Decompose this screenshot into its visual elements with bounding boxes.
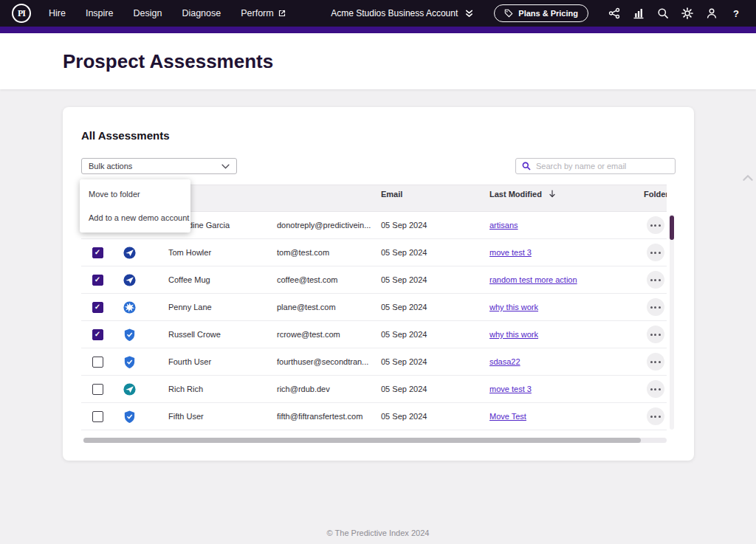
prospect-email: coffee@test.com [277, 275, 381, 284]
prospect-email: fourthuser@secondtran... [277, 357, 381, 366]
assessments-panel: All Assessments Bulk actions [63, 107, 694, 461]
last-modified-date: 05 Sep 2024 [381, 412, 489, 421]
folder-link[interactable]: move test 3 [489, 248, 532, 257]
last-modified-date: 05 Sep 2024 [381, 275, 489, 284]
prospect-email: plane@test.com [277, 303, 381, 311]
search-input[interactable] [536, 162, 669, 171]
brand-accent-bar [0, 27, 756, 33]
last-modified-date: 05 Sep 2024 [381, 248, 489, 257]
plans-pricing-label: Plans & Pricing [518, 9, 578, 18]
prospect-name: Russell Crowe [168, 330, 277, 339]
folder-link[interactable]: why this work [489, 303, 538, 311]
column-header-last-modified: Last Modified [489, 190, 542, 199]
prospect-avatar-badge-icon [123, 273, 137, 287]
horizontal-scrollbar-thumb[interactable] [83, 438, 641, 443]
prospect-email: tom@test.com [277, 248, 381, 257]
bulk-actions-label: Bulk actions [89, 162, 132, 171]
pi-logo[interactable]: PI [12, 4, 31, 23]
bulk-actions-select[interactable]: Bulk actions [81, 158, 237, 174]
search-icon [522, 162, 531, 171]
side-panel-caret-icon[interactable] [742, 171, 754, 185]
vertical-scrollbar [670, 214, 674, 430]
folder-link[interactable]: random test more action [489, 275, 577, 284]
prospect-name: Rich Rich [168, 385, 277, 393]
last-modified-date: 05 Sep 2024 [381, 330, 489, 339]
folder-link[interactable]: why this work [489, 330, 538, 339]
column-header-email: Email [381, 190, 489, 199]
nav-item-inspire[interactable]: Inspire [86, 8, 114, 18]
sort-descending-icon[interactable] [549, 190, 556, 198]
row-checkbox[interactable] [92, 302, 103, 313]
last-modified-date: 05 Sep 2024 [381, 357, 489, 366]
plans-pricing-button[interactable]: Plans & Pricing [494, 4, 588, 22]
prospect-avatar-badge-icon [123, 328, 137, 342]
row-actions-button[interactable] [647, 380, 664, 398]
row-checkbox[interactable] [92, 411, 103, 422]
row-checkbox[interactable] [92, 247, 103, 258]
bulk-actions-menu-item[interactable]: Add to a new demo account [80, 206, 190, 230]
prospect-avatar-badge-icon [123, 382, 137, 396]
analytics-icon[interactable] [632, 7, 645, 20]
row-checkbox[interactable] [92, 384, 103, 395]
prospect-avatar-badge-icon [123, 355, 137, 369]
primary-nav: HireInspireDesignDiagnosePerform [49, 8, 306, 18]
last-modified-date: 05 Sep 2024 [381, 221, 489, 230]
tag-icon [504, 9, 513, 18]
table-row: Russell Crowercrowe@test.com05 Sep 2024w… [81, 321, 667, 348]
nav-item-design[interactable]: Design [133, 8, 162, 18]
external-link-icon [278, 10, 286, 17]
search-box [515, 158, 676, 174]
prospect-avatar-badge-icon [123, 410, 137, 424]
row-checkbox[interactable] [92, 275, 103, 286]
panel-inner: All Assessments Bulk actions [63, 107, 694, 430]
row-actions-button[interactable] [647, 298, 664, 316]
settings-icon[interactable] [681, 7, 694, 20]
nav-item-diagnose[interactable]: Diagnose [182, 8, 221, 18]
row-checkbox[interactable] [92, 357, 103, 368]
account-switcher[interactable]: Acme Studios Business Account [331, 8, 474, 18]
workflow-icon[interactable] [608, 7, 621, 20]
vertical-scrollbar-thumb[interactable] [670, 216, 674, 240]
nav-item-hire[interactable]: Hire [49, 8, 66, 18]
page-header: Prospect Assessments [0, 33, 756, 89]
table-row: Penny Laneplane@test.com05 Sep 2024why t… [81, 294, 667, 321]
bulk-actions-menu-item[interactable]: Move to folder [80, 182, 190, 206]
bulk-actions-menu: Move to folderAdd to a new demo account [80, 179, 190, 233]
prospect-name: Penny Lane [168, 303, 277, 311]
prospect-email: donotreply@predictivein... [277, 221, 381, 230]
row-actions-button[interactable] [647, 353, 664, 371]
folder-link[interactable]: Move Test [489, 412, 526, 421]
prospect-name: Fifth User [168, 412, 277, 421]
folder-link[interactable]: move test 3 [489, 385, 532, 393]
prospect-email: fifth@fiftransfertest.com [277, 412, 381, 421]
prospect-avatar-badge-icon [123, 246, 137, 260]
user-icon[interactable] [705, 7, 718, 20]
top-navbar: PI HireInspireDesignDiagnosePerform Acme… [0, 0, 756, 27]
row-checkbox[interactable] [92, 329, 103, 340]
prospect-email: rich@rdub.dev [277, 385, 381, 393]
account-name: Acme Studios Business Account [331, 8, 458, 18]
row-actions-button[interactable] [647, 271, 664, 289]
folder-link[interactable]: sdasa22 [489, 357, 520, 366]
nav-item-perform[interactable]: Perform [241, 8, 285, 18]
app-root: PI HireInspireDesignDiagnosePerform Acme… [0, 0, 756, 544]
prospect-avatar-badge-icon [123, 300, 137, 314]
table-row: Tom Howlertom@test.com05 Sep 2024move te… [81, 239, 667, 266]
column-header-folder: Folder [644, 190, 667, 199]
help-icon[interactable]: ? [729, 7, 743, 20]
row-actions-button[interactable] [647, 407, 664, 425]
chevron-down-icon [221, 164, 230, 169]
row-actions-button[interactable] [647, 216, 664, 234]
horizontal-scrollbar [83, 438, 667, 443]
table-row: Fourth Userfourthuser@secondtran...05 Se… [81, 348, 667, 376]
search-icon[interactable] [656, 7, 670, 20]
folder-link[interactable]: artisans [489, 221, 518, 230]
last-modified-date: 05 Sep 2024 [381, 303, 489, 311]
row-actions-button[interactable] [647, 326, 664, 343]
row-actions-button[interactable] [647, 244, 664, 261]
table-row: Coffee Mugcoffee@test.com05 Sep 2024rand… [81, 266, 667, 294]
footer: © The Predictive Index 2024 [0, 528, 756, 537]
pi-logo-text: PI [18, 8, 25, 19]
table-row: Fifth Userfifth@fiftransfertest.com05 Se… [81, 403, 667, 430]
prospect-name: Coffee Mug [168, 275, 277, 284]
